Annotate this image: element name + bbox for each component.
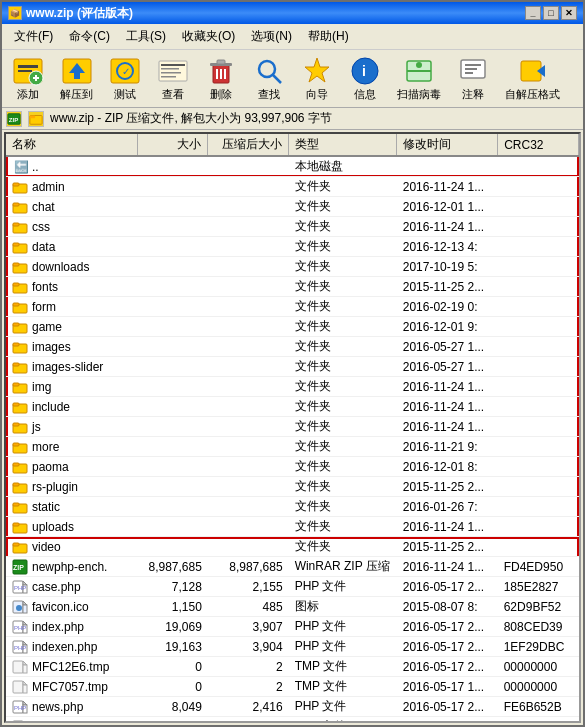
col-type[interactable]: 类型 [289, 134, 397, 156]
col-size[interactable]: 大小 [137, 134, 208, 156]
menu-favorites[interactable]: 收藏夹(O) [174, 26, 243, 47]
file-name: news.php [32, 700, 83, 714]
extract-icon [61, 55, 93, 87]
file-compressed-size [208, 537, 289, 557]
file-type: 文件夹 [289, 477, 397, 497]
table-row[interactable]: data文件夹2016-12-13 4: [6, 237, 579, 257]
table-row[interactable]: static文件夹2016-01-26 7: [6, 497, 579, 517]
svg-rect-108 [13, 721, 23, 724]
file-name: fonts [32, 280, 58, 294]
svg-rect-65 [13, 403, 19, 406]
col-name[interactable]: 名称 [6, 134, 137, 156]
add-button[interactable]: 添加 [6, 53, 50, 104]
extract-button[interactable]: 解压到 [54, 53, 99, 104]
col-crc[interactable]: CRC32 [498, 134, 579, 156]
file-modified: 2015-08-07 8: [397, 597, 498, 617]
file-type: 文件夹 [289, 457, 397, 477]
delete-button[interactable]: 删除 [199, 53, 243, 104]
file-crc [498, 177, 579, 197]
file-compressed-size [208, 317, 289, 337]
table-row[interactable]: admin文件夹2016-11-24 1... [6, 177, 579, 197]
file-crc: FE6B652B [498, 697, 579, 717]
find-button[interactable]: 查找 [247, 53, 291, 104]
table-row[interactable]: include文件夹2016-11-24 1... [6, 397, 579, 417]
file-crc [498, 417, 579, 437]
file-type: 文件夹 [289, 437, 397, 457]
file-name: video [32, 540, 61, 554]
sfx-button[interactable]: 自解压格式 [499, 53, 566, 104]
table-row[interactable]: game文件夹2016-12-01 9: [6, 317, 579, 337]
file-type: 文件夹 [289, 337, 397, 357]
table-row[interactable]: ZIPnewphp-ench.8,987,6858,987,685WinRAR … [6, 557, 579, 577]
table-row[interactable]: form文件夹2016-02-19 0: [6, 297, 579, 317]
table-row[interactable]: PHPindex.php19,0693,907PHP 文件2016-05-17 … [6, 617, 579, 637]
file-size: 8,987,685 [137, 557, 208, 577]
close-button[interactable]: ✕ [561, 6, 577, 20]
table-row[interactable]: 🔙..本地磁盘 [6, 156, 579, 177]
table-row[interactable]: PHPnews.php8,0492,416PHP 文件2016-05-17 2.… [6, 697, 579, 717]
file-icon [12, 659, 28, 675]
svg-marker-99 [23, 661, 27, 665]
file-icon: PHP [12, 699, 28, 715]
col-compressed[interactable]: 压缩后大小 [208, 134, 289, 156]
file-compressed-size: 2,416 [208, 697, 289, 717]
svg-rect-2 [18, 70, 32, 72]
table-row[interactable]: paoma文件夹2016-12-01 8: [6, 457, 579, 477]
file-name: newphp-ench. [32, 560, 107, 574]
menu-file[interactable]: 文件(F) [6, 26, 61, 47]
path-bar: ZIP www.zip - ZIP 压缩文件, 解包大小为 93,997,906… [2, 108, 583, 130]
table-row[interactable]: downloads文件夹2017-10-19 5: [6, 257, 579, 277]
maximize-button[interactable]: □ [543, 6, 559, 20]
table-row[interactable]: js文件夹2016-11-24 1... [6, 417, 579, 437]
info-button[interactable]: i 信息 [343, 53, 387, 104]
table-row[interactable]: video文件夹2015-11-25 2... [6, 537, 579, 557]
svg-rect-59 [13, 343, 19, 346]
file-modified: 2016-05-17 2... [397, 697, 498, 717]
col-modified[interactable]: 修改时间 [397, 134, 498, 156]
table-row[interactable]: img文件夹2016-11-24 1... [6, 377, 579, 397]
table-row[interactable]: fonts文件夹2015-11-25 2... [6, 277, 579, 297]
file-name: indexen.php [32, 640, 97, 654]
file-size: 0 [137, 657, 208, 677]
file-type: TMP 文件 [289, 677, 397, 697]
menu-help[interactable]: 帮助(H) [300, 26, 357, 47]
menu-tools[interactable]: 工具(S) [118, 26, 174, 47]
file-size: 8,049 [137, 697, 208, 717]
minimize-button[interactable]: _ [525, 6, 541, 20]
table-row[interactable]: css文件夹2016-11-24 1... [6, 217, 579, 237]
file-modified: 2016-11-24 1... [397, 417, 498, 437]
svg-point-89 [16, 605, 22, 611]
table-row[interactable]: rs-plugin文件夹2015-11-25 2... [6, 477, 579, 497]
menu-options[interactable]: 选项(N) [243, 26, 300, 47]
file-size: 8,890 [137, 717, 208, 724]
file-type: TMP 文件 [289, 657, 397, 677]
table-row[interactable]: more文件夹2016-11-21 9: [6, 437, 579, 457]
file-list: 🔙..本地磁盘admin文件夹2016-11-24 1...chat文件夹201… [6, 156, 579, 723]
table-row[interactable]: chat文件夹2016-12-01 1... [6, 197, 579, 217]
table-row[interactable]: images-slider文件夹2016-05-27 1... [6, 357, 579, 377]
view-button[interactable]: 查看 [151, 53, 195, 104]
table-row[interactable]: PHPcase.php7,1282,155PHP 文件2016-05-17 2.… [6, 577, 579, 597]
table-row[interactable]: PHPindexen.php19,1633,904PHP 文件2016-05-1… [6, 637, 579, 657]
test-button[interactable]: ✓ 测试 [103, 53, 147, 104]
table-row[interactable]: images文件夹2016-05-27 1... [6, 337, 579, 357]
comment-button[interactable]: 注释 [451, 53, 495, 104]
svg-rect-43 [13, 183, 19, 186]
table-row[interactable]: favicon.ico1,150485图标2015-08-07 8:62D9BF… [6, 597, 579, 617]
file-modified: 2015-11-25 2... [397, 477, 498, 497]
wizard-button[interactable]: 向导 [295, 53, 339, 104]
table-row[interactable]: PHPnewsshow.php8,8902,751PHP 文件2016-05-1… [6, 717, 579, 724]
menu-command[interactable]: 命令(C) [61, 26, 118, 47]
file-crc: 00000000 [498, 677, 579, 697]
svg-rect-53 [13, 283, 19, 286]
scan-button[interactable]: 扫描病毒 [391, 53, 447, 104]
file-crc [498, 217, 579, 237]
file-list-container[interactable]: 名称 大小 压缩后大小 类型 修改时间 CRC32 🔙..本地磁盘admin文件… [4, 132, 581, 723]
file-compressed-size [208, 277, 289, 297]
file-name: favicon.ico [32, 600, 89, 614]
svg-rect-55 [13, 303, 19, 306]
file-compressed-size [208, 457, 289, 477]
table-row[interactable]: MFC7057.tmp02TMP 文件2016-05-17 1...000000… [6, 677, 579, 697]
table-row[interactable]: uploads文件夹2016-11-24 1... [6, 517, 579, 537]
table-row[interactable]: MFC12E6.tmp02TMP 文件2016-05-17 2...000000… [6, 657, 579, 677]
